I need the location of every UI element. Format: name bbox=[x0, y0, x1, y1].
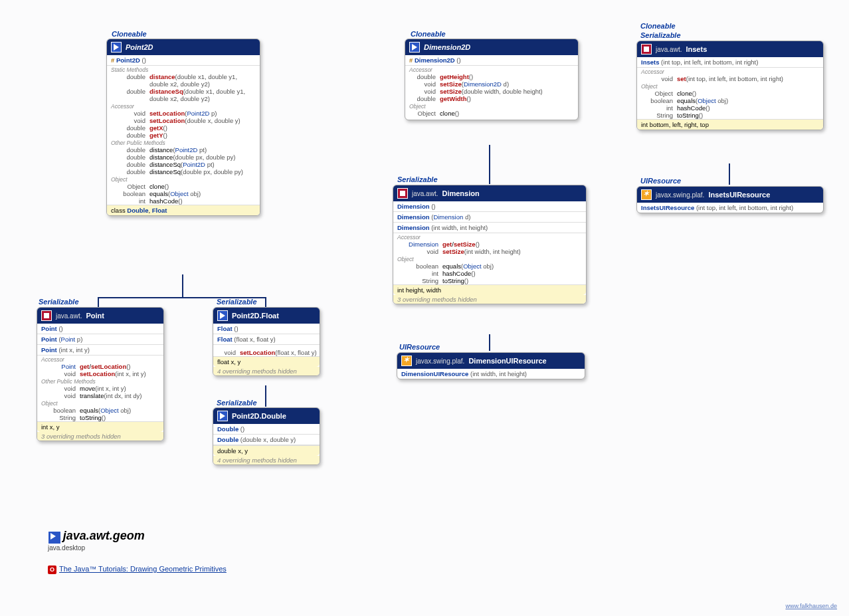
hidden-note: 3 overriding methods hidden bbox=[37, 432, 163, 441]
iface-cloneable-2[interactable]: Cloneable bbox=[411, 30, 446, 38]
class-dimension2d: Dimension2D # Dimension2D () Accessor do… bbox=[405, 39, 579, 120]
iface-cloneable[interactable]: Cloneable bbox=[112, 30, 147, 38]
section-label: Static Methods bbox=[107, 66, 260, 73]
uiresource-icon bbox=[641, 189, 652, 200]
abstract-class-icon bbox=[111, 42, 122, 52]
credit-link[interactable]: www.falkhausen.de bbox=[785, 603, 837, 609]
class-icon bbox=[641, 44, 652, 54]
class-point: java.awt.Point Point () Point (Point p) … bbox=[37, 307, 164, 441]
diagram-title: java.awt.geom java.desktop bbox=[48, 529, 145, 552]
fields: int x, y bbox=[37, 421, 163, 432]
tutorial-link-text[interactable]: The Java™ Tutorials: Drawing Geometric P… bbox=[59, 565, 227, 573]
package-icon bbox=[48, 531, 61, 544]
class-icon bbox=[217, 411, 228, 421]
iface-uiresource[interactable]: UIResource bbox=[399, 343, 440, 351]
iface-cloneable-3[interactable]: Cloneable bbox=[640, 22, 676, 30]
class-point2d: Point2D # Point2D () Static Methods doub… bbox=[106, 39, 260, 216]
constructor: # Point2D () bbox=[107, 55, 260, 66]
iface-serializable-3[interactable]: Serializable bbox=[217, 399, 257, 407]
class-dimension: java.awt.Dimension Dimension () Dimensio… bbox=[393, 185, 587, 304]
class-header: Point2D bbox=[107, 39, 260, 55]
class-point2d-float: Point2D.Float Float () Float (float x, f… bbox=[213, 307, 320, 376]
method-row: doubledistance (double x1, double y1, bbox=[107, 73, 260, 80]
class-insets-uiresource: javax.swing.plaf.InsetsUIResource Insets… bbox=[636, 186, 824, 213]
class-icon bbox=[217, 310, 228, 321]
class-insets: java.awt.Insets Insets (int top, int lef… bbox=[636, 41, 824, 130]
uiresource-icon bbox=[401, 356, 412, 366]
package-name: java.awt.geom bbox=[63, 529, 145, 542]
class-dimension-uiresource: javax.swing.plaf.DimensionUIResource Dim… bbox=[397, 352, 585, 379]
nested-classes: class Double, Float bbox=[107, 205, 260, 215]
class-icon bbox=[397, 188, 408, 199]
tutorial-link[interactable]: OThe Java™ Tutorials: Drawing Geometric … bbox=[48, 565, 227, 574]
class-point2d-double: Point2D.Double Double () Double (double … bbox=[213, 407, 320, 465]
iface-serializable[interactable]: Serializable bbox=[39, 298, 79, 306]
class-icon bbox=[41, 310, 52, 321]
iface-serializable-5[interactable]: Serializable bbox=[640, 31, 681, 39]
abstract-class-icon bbox=[409, 42, 420, 52]
module-name: java.desktop bbox=[48, 544, 145, 552]
iface-serializable-4[interactable]: Serializable bbox=[397, 175, 438, 183]
oracle-icon: O bbox=[48, 565, 56, 574]
iface-uiresource-2[interactable]: UIResource bbox=[640, 177, 681, 185]
iface-serializable-2[interactable]: Serializable bbox=[217, 298, 257, 306]
